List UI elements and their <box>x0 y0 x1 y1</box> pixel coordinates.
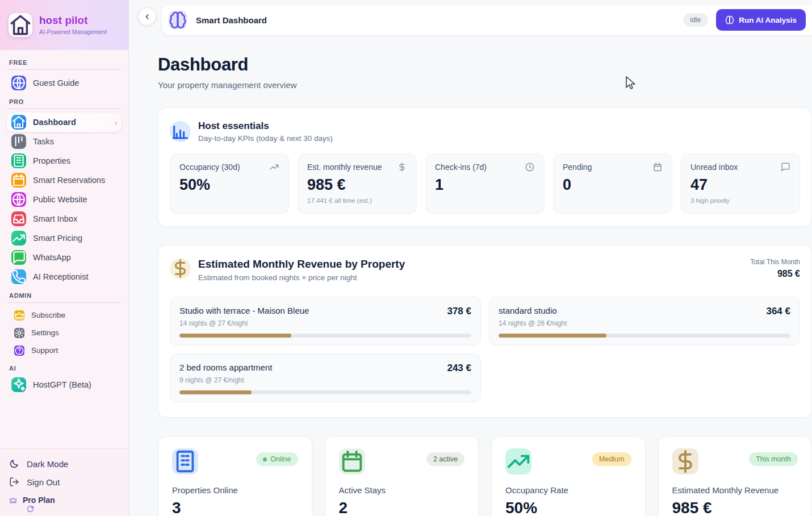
badge-label: Medium <box>599 455 624 463</box>
section-divider <box>7 302 122 303</box>
section-divider <box>7 109 122 109</box>
sidebar-item-label: Support <box>31 346 58 355</box>
property-row: standard studio 364 € 14 nights @ 26 €/n… <box>489 297 800 346</box>
sidebar-item-smart-reservations[interactable]: Smart Reservations <box>7 170 122 190</box>
property-name: standard studio <box>499 306 557 315</box>
sidebar-item-whatsapp[interactable]: WhatsApp <box>7 248 122 267</box>
sidebar-item-label: Smart Reservations <box>33 176 105 185</box>
property-detail: 14 nights @ 27 €/night <box>179 319 471 327</box>
sidebar-item-hostgpt[interactable]: HostGPT (Beta) <box>7 375 122 394</box>
revenue-total-label: Total This Month <box>750 258 800 266</box>
plan-label: Pro Plan <box>23 496 55 505</box>
home-logo-icon <box>9 13 32 37</box>
main-area: Smart Dashboard idle Run AI Analysis Das… <box>129 0 812 516</box>
section-label-pro: PRO <box>8 97 120 109</box>
kpi-est-monthly-revenue: Est. monthly revenue 985 € 17.441 € all … <box>298 153 417 214</box>
chat-icon <box>11 250 26 265</box>
revenue-title: Estimated Monthly Revenue by Property <box>198 258 405 271</box>
sidebar: host pilot AI-Powered Management FREE Gu… <box>0 0 129 516</box>
globe-icon <box>11 76 26 90</box>
sparkles-icon <box>11 377 26 392</box>
run-ai-analysis-button[interactable]: Run AI Analysis <box>716 9 806 31</box>
sidebar-item-label: Guest Guide <box>33 78 79 88</box>
kpi-pending: Pending 0 <box>553 153 672 214</box>
topbar-title: Smart Dashboard <box>196 15 267 25</box>
status-badge: Online <box>256 452 298 466</box>
dollar-icon <box>170 258 191 279</box>
sidebar-item-label: Dashboard <box>33 118 76 127</box>
section-label-ai: AI <box>8 364 120 375</box>
status-badge: This month <box>749 452 798 466</box>
dollar-icon <box>397 162 407 172</box>
stat-card-occupancy-rate: Medium Occupancy Rate 50% Next 30 days <box>491 436 646 516</box>
collapse-sidebar-button[interactable] <box>138 7 156 26</box>
sidebar-item-ai-receptionist[interactable]: AI Receptionist <box>7 267 122 286</box>
sidebar-item-smart-pricing[interactable]: Smart Pricing <box>7 228 122 248</box>
sidebar-item-public-website[interactable]: Public Website <box>7 190 122 209</box>
stat-card-active-stays: 2 active Active Stays 2 1 check-ins next… <box>325 436 479 516</box>
progress-fill <box>179 334 291 338</box>
home-icon <box>11 115 26 130</box>
crown-icon <box>9 496 17 504</box>
kanban-icon <box>11 134 26 149</box>
sidebar-item-label: Subscribe <box>31 311 65 319</box>
crown-icon <box>14 310 24 321</box>
plan-badge[interactable]: Pro Plan <box>9 491 119 505</box>
kpi-checkins: Check-ins (7d) 1 <box>425 153 545 214</box>
page-subtitle: Your property management overview <box>158 80 812 90</box>
stat-value: 2 <box>339 499 465 516</box>
chevron-right-icon: › <box>115 119 117 126</box>
moon-icon <box>9 459 19 469</box>
section-label-admin: ADMIN <box>8 291 120 302</box>
message-icon <box>780 162 790 172</box>
sidebar-item-guest-guide[interactable]: Guest Guide <box>7 73 122 93</box>
kpi-value: 0 <box>563 176 663 194</box>
refresh-plan-icon[interactable] <box>27 505 34 513</box>
sidebar-item-label: Tasks <box>33 137 54 146</box>
gear-icon <box>14 328 24 338</box>
stat-value: 3 <box>172 499 298 516</box>
chevron-left-icon <box>143 13 152 21</box>
sidebar-nav: FREE Guest Guide PRO Dashboard › Tasks P… <box>0 50 128 448</box>
revenue-total-value: 985 € <box>750 269 800 279</box>
stat-label: Estimated Monthly Revenue <box>672 485 798 495</box>
sidebar-item-label: Properties <box>33 156 70 165</box>
dark-mode-toggle[interactable]: Dark Mode <box>9 455 119 473</box>
kpi-value: 1 <box>435 176 535 194</box>
property-revenue: 243 € <box>447 363 471 374</box>
property-revenue: 364 € <box>766 306 790 317</box>
kpi-subtext: 17.441 € all time (est.) <box>307 197 407 205</box>
sidebar-item-dashboard[interactable]: Dashboard › <box>7 113 122 132</box>
progress-track <box>179 334 471 338</box>
sidebar-item-properties[interactable]: Properties <box>7 151 122 170</box>
trending-up-icon <box>269 162 279 172</box>
progress-fill <box>179 390 252 394</box>
sidebar-item-tasks[interactable]: Tasks <box>7 132 122 151</box>
revenue-total: Total This Month 985 € <box>750 258 800 279</box>
property-row: 2 bed rooms appartment 243 € 9 nights @ … <box>170 353 481 402</box>
trending-up-icon <box>505 448 531 475</box>
sidebar-item-settings[interactable]: Settings <box>7 324 122 342</box>
phone-icon <box>11 269 26 284</box>
calendar-icon <box>652 162 663 172</box>
section-label-free: FREE <box>8 58 120 69</box>
sidebar-item-subscribe[interactable]: Subscribe <box>7 306 122 324</box>
app-logo <box>9 13 32 37</box>
sidebar-item-label: WhatsApp <box>33 253 71 262</box>
property-revenue: 378 € <box>447 306 471 317</box>
brain-icon <box>169 11 187 29</box>
page-title: Dashboard <box>158 55 812 75</box>
stat-card-est-monthly-revenue: This month Estimated Monthly Revenue 985… <box>658 436 812 516</box>
kpi-unread-inbox: Unread inbox 47 3 high priority <box>681 153 800 214</box>
kpi-subtext <box>179 197 279 205</box>
kpi-value: 50% <box>179 176 279 194</box>
kpi-label: Check-ins (7d) <box>435 163 487 172</box>
sign-out-button[interactable]: Sign Out <box>9 473 119 491</box>
calendar-icon <box>11 173 26 188</box>
status-badge: 2 active <box>426 452 464 466</box>
stat-label: Properties Online <box>172 485 298 495</box>
clock-icon <box>525 162 535 172</box>
sidebar-item-support[interactable]: Support <box>7 342 122 359</box>
sidebar-item-smart-inbox[interactable]: Smart Inbox <box>7 209 122 228</box>
host-essentials-title: Host essentials <box>198 120 333 132</box>
